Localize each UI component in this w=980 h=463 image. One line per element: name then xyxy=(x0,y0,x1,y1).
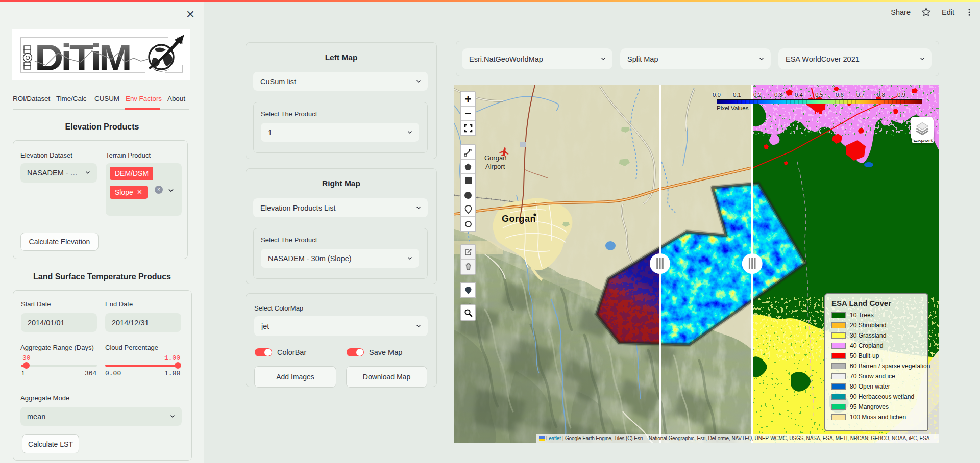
svg-text:DiTiM: DiTiM xyxy=(35,37,130,78)
svg-text:Airport: Airport xyxy=(485,163,505,170)
svg-text:Gorgan: Gorgan xyxy=(502,214,536,224)
